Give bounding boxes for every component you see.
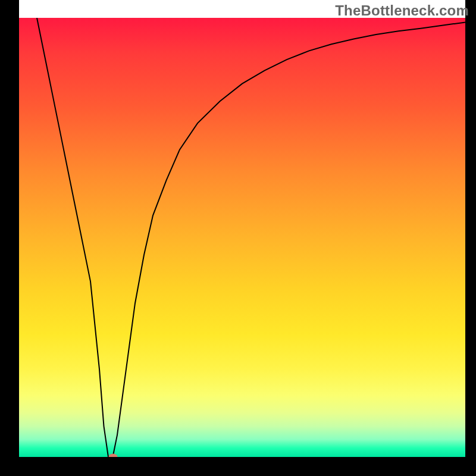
plot-area xyxy=(19,18,465,457)
curve-layer xyxy=(19,18,465,457)
watermark-text: TheBottleneck.com xyxy=(335,2,469,19)
frame-border-right xyxy=(465,0,476,476)
frame-border-bottom xyxy=(0,457,476,476)
bottleneck-curve xyxy=(37,18,465,457)
frame-border-left xyxy=(0,0,19,476)
chart-frame: TheBottleneck.com xyxy=(0,0,476,476)
